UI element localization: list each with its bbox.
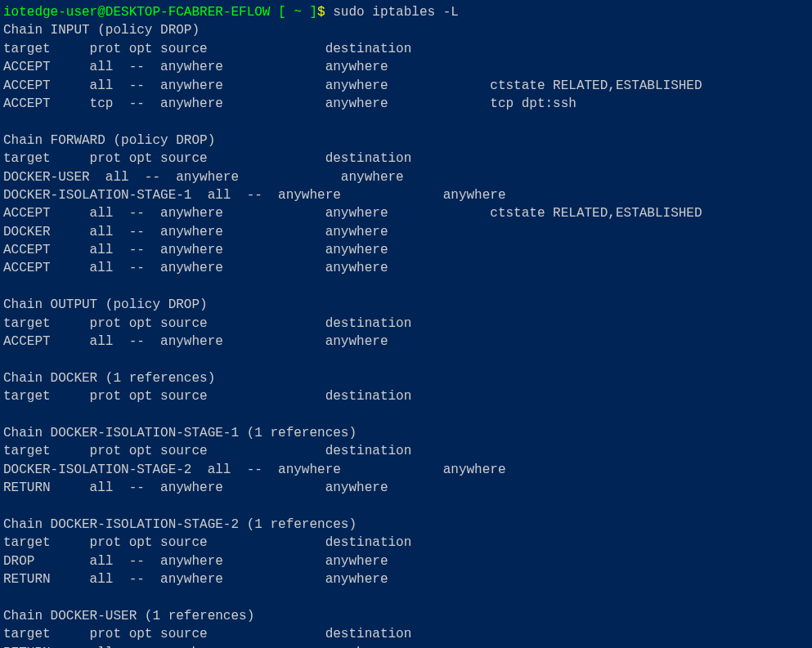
- chain-header: Chain INPUT (policy DROP): [3, 21, 809, 39]
- chain-header: Chain FORWARD (policy DROP): [3, 132, 809, 150]
- chain-columns: target prot opt source destination: [3, 40, 809, 58]
- chain-columns: target prot opt source destination: [3, 534, 809, 552]
- prompt-path: [ ~ ]: [270, 5, 317, 20]
- blank-line: [3, 589, 809, 607]
- blank-line: [3, 498, 809, 516]
- chain-header: Chain DOCKER (1 references): [3, 369, 809, 387]
- chain-rule: RETURN all -- anywhere anywhere: [3, 644, 809, 648]
- chain-rule: DROP all -- anywhere anywhere: [3, 552, 809, 570]
- chain-header: Chain DOCKER-ISOLATION-STAGE-1 (1 refere…: [3, 424, 809, 442]
- blank-line: [3, 406, 809, 424]
- chain-rule: DOCKER-ISOLATION-STAGE-1 all -- anywhere…: [3, 186, 809, 204]
- chain-rule: ACCEPT all -- anywhere anywhere ctstate …: [3, 204, 809, 222]
- chain-columns: target prot opt source destination: [3, 387, 809, 405]
- chain-rule: DOCKER all -- anywhere anywhere: [3, 223, 809, 241]
- chain-rule: ACCEPT all -- anywhere anywhere: [3, 241, 809, 259]
- chain-rule: DOCKER-ISOLATION-STAGE-2 all -- anywhere…: [3, 461, 809, 479]
- chain-header: Chain OUTPUT (policy DROP): [3, 296, 809, 314]
- prompt-line[interactable]: iotedge-user@DESKTOP-FCABRER-EFLOW [ ~ ]…: [3, 3, 809, 21]
- chain-rule: ACCEPT all -- anywhere anywhere: [3, 58, 809, 76]
- chain-columns: target prot opt source destination: [3, 150, 809, 168]
- chain-rule: ACCEPT all -- anywhere anywhere: [3, 333, 809, 351]
- prompt-user-host: iotedge-user@DESKTOP-FCABRER-EFLOW: [3, 5, 270, 20]
- chain-header: Chain DOCKER-USER (1 references): [3, 607, 809, 625]
- chain-rule: ACCEPT all -- anywhere anywhere: [3, 259, 809, 277]
- chain-rule: DOCKER-USER all -- anywhere anywhere: [3, 168, 809, 186]
- command-text: sudo iptables -L: [333, 5, 459, 20]
- chain-columns: target prot opt source destination: [3, 625, 809, 643]
- chain-rule: ACCEPT tcp -- anywhere anywhere tcp dpt:…: [3, 95, 809, 113]
- blank-line: [3, 113, 809, 131]
- blank-line: [3, 351, 809, 369]
- chain-header: Chain DOCKER-ISOLATION-STAGE-2 (1 refere…: [3, 516, 809, 534]
- chain-columns: target prot opt source destination: [3, 442, 809, 460]
- chain-rule: RETURN all -- anywhere anywhere: [3, 479, 809, 497]
- chain-rule: ACCEPT all -- anywhere anywhere ctstate …: [3, 77, 809, 95]
- chain-rule: RETURN all -- anywhere anywhere: [3, 570, 809, 588]
- chain-columns: target prot opt source destination: [3, 315, 809, 333]
- blank-line: [3, 278, 809, 296]
- terminal-output: iotedge-user@DESKTOP-FCABRER-EFLOW [ ~ ]…: [3, 3, 809, 648]
- prompt-symbol: $: [317, 5, 333, 20]
